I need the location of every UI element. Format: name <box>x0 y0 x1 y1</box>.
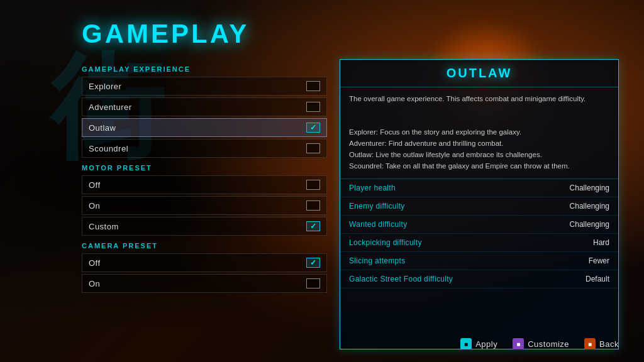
stat-row: Slicing attemptsFewer <box>340 252 618 270</box>
stat-label: Slicing attempts <box>349 256 406 265</box>
option-label-scoundrel: Scoundrel <box>89 144 128 153</box>
stat-value: Hard <box>593 238 609 247</box>
description-area: The overall game experience. This affect… <box>340 87 618 179</box>
customize-label: Customize <box>528 339 569 349</box>
stat-row: Galactic Street Food difficultyDefault <box>340 270 618 288</box>
main-content: GAMEPLAY GAMEPLAY EXPERIENCEExplorerAdve… <box>0 0 644 362</box>
section-label-motor-preset: MOTOR PRESET <box>82 164 327 172</box>
option-row-adventurer[interactable]: Adventurer <box>82 97 327 116</box>
section-label-camera-preset: CAMERA PRESET <box>82 242 327 250</box>
option-row-scoundrel[interactable]: Scoundrel <box>82 139 327 158</box>
right-panel-title: OUTLAW <box>340 60 618 87</box>
checkbox-camera-on <box>306 278 320 288</box>
option-label-camera-off: Off <box>89 258 101 268</box>
option-row-motor-off[interactable]: Off <box>82 175 327 194</box>
left-panel: GAMEPLAY EXPERIENCEExplorerAdventurerOut… <box>82 59 327 349</box>
checkbox-adventurer <box>306 102 320 112</box>
stat-row: Lockpicking difficultyHard <box>340 234 618 252</box>
stat-label: Player health <box>349 184 396 192</box>
stat-value: Fewer <box>589 256 609 265</box>
option-label-adventurer: Adventurer <box>89 102 132 112</box>
checkbox-camera-off <box>306 258 320 268</box>
stat-label: Wanted difficulty <box>349 220 407 229</box>
main-area: GAMEPLAY EXPERIENCEExplorerAdventurerOut… <box>82 59 619 349</box>
stat-row: Wanted difficultyChallenging <box>340 216 618 234</box>
option-label-motor-off: Off <box>89 180 101 190</box>
back-key-icon: ■ <box>584 338 596 349</box>
bottom-bar: ■Apply■Customize■Back <box>460 338 619 349</box>
stat-value: Challenging <box>570 184 609 192</box>
stats-table: Player healthChallengingEnemy difficulty… <box>340 179 618 349</box>
option-label-outlaw: Outlaw <box>89 123 116 133</box>
back-label: Back <box>599 339 619 349</box>
checkbox-outlaw <box>306 123 320 133</box>
back-button[interactable]: ■Back <box>584 338 619 349</box>
option-label-motor-on: On <box>89 201 100 211</box>
checkbox-motor-custom <box>306 221 320 231</box>
apply-label: Apply <box>475 339 497 349</box>
stat-label: Lockpicking difficulty <box>349 238 422 247</box>
section-label-gameplay-experience: GAMEPLAY EXPERIENCE <box>82 65 327 73</box>
stat-value: Challenging <box>570 202 609 211</box>
option-row-explorer[interactable]: Explorer <box>82 77 327 96</box>
stat-row: Player healthChallenging <box>340 179 618 197</box>
option-row-outlaw[interactable]: Outlaw <box>82 118 327 137</box>
option-label-motor-custom: Custom <box>89 222 119 231</box>
stat-label: Enemy difficulty <box>349 202 405 211</box>
apply-button[interactable]: ■Apply <box>460 338 497 349</box>
customize-button[interactable]: ■Customize <box>513 338 569 349</box>
stat-value: Default <box>586 275 609 283</box>
option-row-camera-off[interactable]: Off <box>82 253 327 272</box>
stat-label: Galactic Street Food difficulty <box>349 275 453 283</box>
checkbox-motor-off <box>306 180 320 190</box>
description-text: The overall game experience. This affect… <box>349 94 609 172</box>
page-title: GAMEPLAY <box>82 19 619 49</box>
checkbox-motor-on <box>306 200 320 211</box>
option-row-camera-on[interactable]: On <box>82 274 327 293</box>
checkbox-explorer <box>306 81 320 91</box>
option-row-motor-on[interactable]: On <box>82 196 327 215</box>
right-panel: OUTLAW The overall game experience. This… <box>340 59 619 349</box>
option-label-camera-on: On <box>89 279 100 288</box>
stat-value: Challenging <box>570 220 609 229</box>
option-label-explorer: Explorer <box>89 82 121 91</box>
stat-row: Enemy difficultyChallenging <box>340 197 618 216</box>
apply-key-icon: ■ <box>460 338 472 349</box>
checkbox-scoundrel <box>306 143 320 153</box>
customize-key-icon: ■ <box>513 338 524 349</box>
option-row-motor-custom[interactable]: Custom <box>82 217 327 236</box>
